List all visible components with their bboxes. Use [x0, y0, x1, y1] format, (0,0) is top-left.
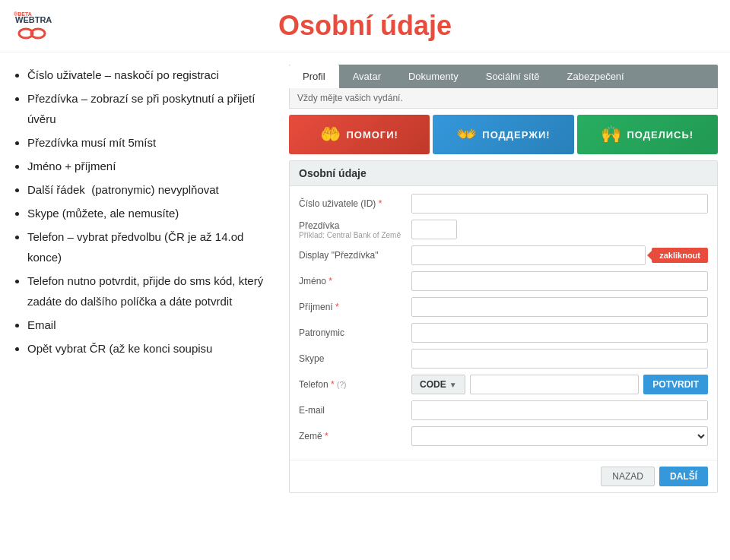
- input-jmeno[interactable]: [411, 271, 708, 291]
- bullet-list: Číslo uživatele – naskočí po registraci …: [12, 65, 271, 359]
- help-icon: 🤲: [320, 125, 341, 144]
- list-item: Opět vybrat ČR (až ke konci soupisu: [27, 338, 271, 359]
- list-item: Email: [27, 315, 271, 335]
- list-item: Telefon – vybrat předvolbu (ČR je až 14.…: [27, 226, 271, 267]
- label-jmeno: Jméno *: [299, 276, 405, 286]
- tab-dokumenty[interactable]: Dokumenty: [395, 65, 472, 88]
- field-row-email: E-mail: [299, 400, 708, 420]
- required-marker: *: [379, 198, 382, 209]
- list-item: Přezdívka musí mít 5míst: [27, 132, 271, 153]
- input-cislo[interactable]: [411, 194, 708, 214]
- input-email[interactable]: [411, 400, 708, 420]
- field-row-cislo: Číslo uživatele (ID) *: [299, 194, 708, 214]
- zakliknout-badge: zakliknout: [652, 248, 708, 263]
- banner-support: 👐 ПОДДЕРЖИ!: [433, 115, 573, 154]
- form-card-title: Osobní údaje: [290, 161, 717, 186]
- code-dropdown-icon: ▼: [449, 381, 457, 389]
- label-patronymic: Patronymic: [299, 327, 405, 338]
- label-skype: Skype: [299, 353, 405, 364]
- field-row-skype: Skype: [299, 349, 708, 369]
- potvrdit-button[interactable]: POTVRDIT: [643, 375, 708, 394]
- label-prezdivka: Přezdívka Příklad: Central Bank of Země: [299, 220, 405, 239]
- tab-socialni-site[interactable]: Sociální sítě: [472, 65, 554, 88]
- tab-zabezpeceni[interactable]: Zabezpečení: [554, 65, 638, 88]
- field-row-zeme: Země * Česká republika Slovensko Německo: [299, 426, 708, 446]
- list-item: Číslo uživatele – naskočí po registraci: [27, 65, 271, 85]
- input-telefon[interactable]: [470, 375, 640, 394]
- logo-area: WEBTRANSFER ®BETA: [12, 6, 52, 46]
- list-item: Jméno + příjmení: [27, 156, 271, 176]
- banner-share-label: ПОДЕЛИСЬ!: [627, 129, 694, 141]
- form-body: Číslo uživatele (ID) * Přezdívka Příklad…: [290, 186, 717, 460]
- main-layout: Číslo uživatele – naskočí po registraci …: [0, 52, 730, 505]
- header: WEBTRANSFER ®BETA Osobní údaje: [0, 0, 730, 52]
- required-marker: *: [328, 276, 332, 286]
- label-prijmeni: Příjmení *: [299, 302, 405, 312]
- phone-row: CODE ▼ POTVRDIT: [411, 375, 708, 394]
- right-panel: Profil Avatar Dokumenty Sociální sítě Za…: [289, 65, 718, 493]
- required-marker: *: [331, 379, 335, 390]
- next-button[interactable]: DALŠÍ: [659, 467, 708, 486]
- input-prijmeni[interactable]: [411, 297, 708, 317]
- label-telefon: Telefon * (?): [299, 379, 405, 390]
- form-card: Osobní údaje Číslo uživatele (ID) * Přez…: [289, 160, 718, 493]
- tabs-bar: Profil Avatar Dokumenty Sociální sítě Za…: [289, 65, 718, 88]
- banner-share: 🙌 ПОДЕЛИСЬ!: [577, 115, 718, 154]
- banner-support-label: ПОДДЕРЖИ!: [482, 129, 550, 141]
- telefon-hint: (?): [337, 381, 346, 389]
- share-icon: 🙌: [601, 125, 622, 144]
- field-row-display-prezdivka: Display "Přezdívka" zakliknout: [299, 245, 708, 265]
- page-title: Osobní údaje: [278, 10, 452, 42]
- back-button[interactable]: NAZAD: [601, 467, 655, 486]
- list-item: Skype (můžete, ale nemusíte): [27, 203, 271, 223]
- field-row-jmeno: Jméno *: [299, 271, 708, 291]
- label-display-prezdivka: Display "Přezdívka": [299, 250, 405, 261]
- banner-help: 🤲 ПОМОГИ!: [289, 115, 430, 154]
- input-prezdivka-hidden[interactable]: [411, 220, 457, 239]
- tab-profil[interactable]: Profil: [289, 65, 339, 88]
- code-label: CODE: [420, 379, 446, 390]
- label-cislo: Číslo uživatele (ID) *: [299, 198, 405, 209]
- tab-avatar[interactable]: Avatar: [339, 65, 395, 88]
- list-item: Přezdívka – zobrazí se při poskytnutí a …: [27, 88, 271, 129]
- label-email: E-mail: [299, 405, 405, 416]
- field-row-telefon: Telefon * (?) CODE ▼ POTVRDIT: [299, 375, 708, 394]
- field-row-patronymic: Patronymic: [299, 323, 708, 343]
- list-item: Telefon nutno potvrdit, přijde do sms kó…: [27, 271, 271, 312]
- banner-help-label: ПОМОГИ!: [346, 129, 398, 141]
- advisory-banner: Vždy mějte vašich vydání.: [289, 88, 718, 109]
- code-button[interactable]: CODE ▼: [411, 375, 465, 394]
- label-zeme: Země *: [299, 431, 405, 441]
- logo-icon: WEBTRANSFER ®BETA: [12, 6, 52, 46]
- banners-row: 🤲 ПОМОГИ! 👐 ПОДДЕРЖИ! 🙌 ПОДЕЛИСЬ!: [289, 115, 718, 154]
- list-item: Další řádek (patronymic) nevyplňovat: [27, 179, 271, 200]
- required-marker: *: [325, 431, 328, 441]
- input-patronymic[interactable]: [411, 323, 708, 343]
- required-marker: *: [335, 302, 339, 312]
- input-skype[interactable]: [411, 349, 708, 369]
- field-row-prijmeni: Příjmení *: [299, 297, 708, 317]
- left-panel: Číslo uživatele – naskočí po registraci …: [12, 65, 271, 493]
- prezdivka-sublabel: Příklad: Central Bank of Země: [299, 231, 405, 239]
- input-display-prezdivka[interactable]: [411, 245, 646, 265]
- field-row-prezdivka: Přezdívka Příklad: Central Bank of Země: [299, 220, 708, 239]
- svg-text:®BETA: ®BETA: [14, 11, 32, 17]
- support-icon: 👐: [456, 125, 478, 144]
- select-zeme[interactable]: Česká republika Slovensko Německo: [411, 426, 708, 446]
- form-footer: NAZAD DALŠÍ: [290, 460, 717, 492]
